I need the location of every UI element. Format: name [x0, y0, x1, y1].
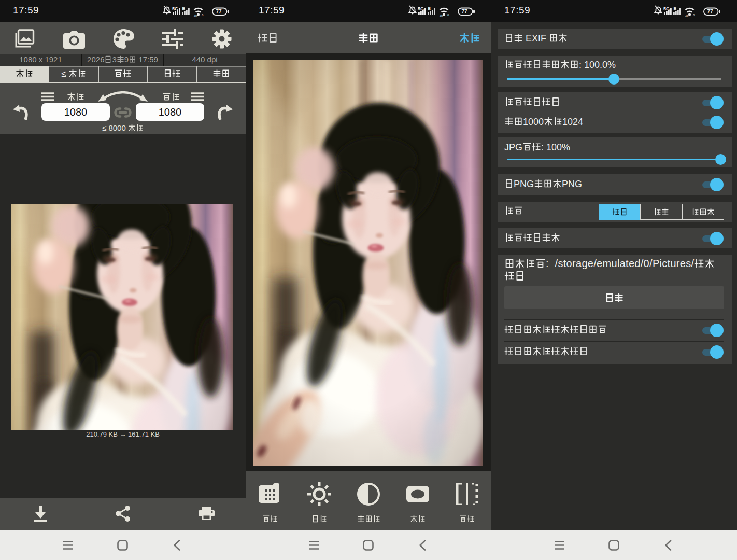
svg-text:E: E [428, 6, 431, 11]
svg-text:77: 77 [707, 9, 714, 15]
svg-text:6: 6 [447, 13, 449, 17]
svg-text:77: 77 [462, 9, 468, 15]
svg-text:77: 77 [216, 9, 222, 15]
svg-text:4F: 4F [440, 15, 443, 18]
svg-text:E: E [674, 6, 677, 11]
svg-text:4F: 4F [685, 15, 689, 18]
svg-text:6: 6 [693, 13, 695, 17]
svg-text:E: E [182, 6, 186, 11]
svg-text:6: 6 [202, 13, 204, 17]
svg-text:4F: 4F [194, 15, 197, 18]
